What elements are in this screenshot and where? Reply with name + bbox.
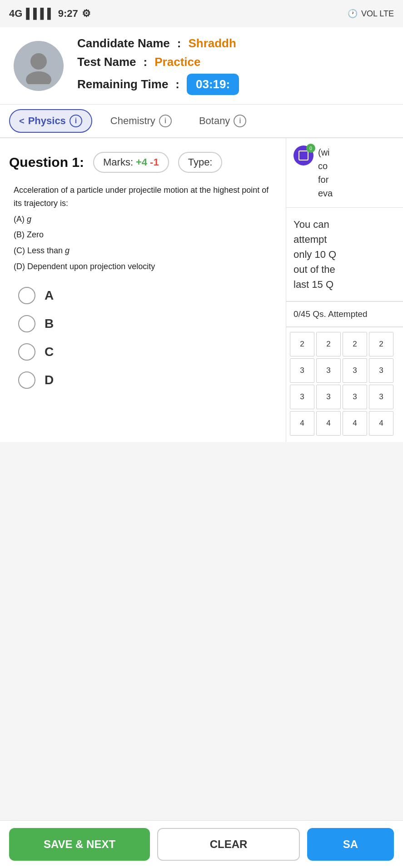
back-arrow-icon[interactable]: < (19, 116, 25, 126)
status-right: 🕐 VOL LTE (348, 9, 394, 19)
grid-cell-35[interactable]: 3 (290, 385, 314, 409)
option-row-a[interactable]: A (18, 287, 268, 304)
avatar (14, 41, 64, 91)
grid-cell-32[interactable]: 3 (316, 358, 341, 383)
tab-chemistry[interactable]: Chemistry i (101, 110, 181, 132)
test-row: Test Name : Practice (77, 55, 239, 69)
svg-point-0 (30, 53, 47, 70)
type-badge: Type: (178, 152, 223, 173)
grid-cell-21[interactable]: 2 (290, 332, 314, 356)
option-row-c[interactable]: C (18, 343, 268, 361)
tab-botany-label: Botany (199, 115, 230, 127)
gear-icon[interactable]: ⚙ (82, 8, 91, 20)
time-display: 9:27 (58, 8, 78, 20)
alarm-icon: 🕐 (348, 9, 358, 19)
notif-icon-wrap: 0 (294, 146, 313, 166)
progress-text: 0/45 Qs. Attempted (294, 309, 368, 319)
save-button[interactable]: SA (307, 828, 394, 861)
subject-tabs: < Physics i Chemistry i Botany i (0, 105, 403, 138)
option-label-b: B (45, 316, 54, 331)
option-row-b[interactable]: B (18, 315, 268, 332)
question-text: Acceleration of a particle under project… (14, 184, 272, 210)
grid-cell-36[interactable]: 3 (316, 385, 341, 409)
grid-cell-37[interactable]: 3 (343, 385, 367, 409)
grid-cell-24[interactable]: 2 (369, 332, 393, 356)
time-row: Remaining Time : 03:19: (77, 74, 239, 95)
candidate-row: Candidate Name : Shraddh (77, 36, 239, 50)
marks-positive: +4 (136, 156, 147, 168)
svg-point-1 (26, 71, 51, 84)
question-grid: 2 2 2 2 3 3 3 3 3 3 3 3 4 4 4 4 (286, 327, 403, 442)
main-content: Question 1: Marks: +4 -1 Type: Accelerat… (0, 138, 403, 442)
grid-cell-34[interactable]: 3 (369, 358, 393, 383)
candidate-colon: : (177, 36, 181, 50)
option-text-b: (B) Zero (14, 228, 272, 241)
grid-cell-42[interactable]: 4 (316, 411, 341, 436)
tab-botany[interactable]: Botany i (190, 110, 256, 132)
option-label-d: D (45, 373, 54, 387)
chemistry-info-icon[interactable]: i (159, 115, 172, 127)
notif-inner-icon (299, 151, 308, 161)
grid-row-2: 3 3 3 3 (290, 358, 399, 383)
header-info: Candidate Name : Shraddh Test Name : Pra… (77, 36, 239, 95)
type-label: Type: (188, 156, 213, 168)
option-label-c: C (45, 345, 54, 359)
answer-options: A B C D (9, 287, 277, 389)
tab-chemistry-label: Chemistry (110, 115, 155, 127)
question-header: Question 1: Marks: +4 -1 Type: (9, 152, 277, 173)
sidebar-info-text: You canattemptonly 10 Qout of thelast 15… (294, 219, 336, 290)
grid-row-4: 4 4 4 4 (290, 411, 399, 436)
test-colon: : (144, 55, 148, 69)
status-left: 4G ▌▌▌▌ 9:27 ⚙ (9, 8, 91, 20)
grid-cell-44[interactable]: 4 (369, 411, 393, 436)
grid-row-3: 3 3 3 3 (290, 385, 399, 409)
question-panel: Question 1: Marks: +4 -1 Type: Accelerat… (0, 138, 286, 442)
physics-info-icon[interactable]: i (70, 115, 82, 127)
test-value: Practice (154, 55, 200, 69)
test-label: Test Name (77, 55, 136, 69)
bottom-bar: SAVE & NEXT CLEAR SA (0, 820, 403, 868)
grid-cell-33[interactable]: 3 (343, 358, 367, 383)
candidate-label: Candidate Name (77, 36, 170, 50)
grid-cell-43[interactable]: 4 (343, 411, 367, 436)
grid-row-1: 2 2 2 2 (290, 332, 399, 356)
question-body: Acceleration of a particle under project… (9, 184, 277, 273)
option-row-d[interactable]: D (18, 371, 268, 389)
marks-negative: -1 (150, 156, 159, 168)
marks-badge: Marks: +4 -1 (93, 152, 169, 173)
time-label: Remaining Time (77, 77, 168, 91)
radio-c[interactable] (18, 343, 35, 361)
right-sidebar: 0 (wicoforeva You canattemptonly 10 Qout… (286, 138, 403, 442)
clear-button[interactable]: CLEAR (157, 828, 300, 861)
radio-b[interactable] (18, 315, 35, 332)
candidate-value: Shraddh (188, 36, 236, 50)
status-bar: 4G ▌▌▌▌ 9:27 ⚙ 🕐 VOL LTE (0, 0, 403, 27)
time-colon: : (175, 77, 179, 91)
option-text-a: (A) g (14, 213, 272, 226)
progress-row: 0/45 Qs. Attempted (286, 302, 403, 327)
option-text-c: (C) Less than g (14, 244, 272, 257)
signal-text: 4G (9, 8, 22, 20)
sidebar-info: You canattemptonly 10 Qout of thelast 15… (286, 208, 403, 301)
signal-bars-icon: ▌▌▌▌ (26, 8, 54, 20)
grid-cell-22[interactable]: 2 (316, 332, 341, 356)
notif-badge: 0 (306, 144, 315, 153)
notification-banner: 0 (wicoforeva (286, 138, 403, 208)
question-title: Question 1: (9, 155, 84, 170)
grid-cell-41[interactable]: 4 (290, 411, 314, 436)
save-next-button[interactable]: SAVE & NEXT (9, 828, 150, 861)
marks-label: Marks: (103, 156, 133, 168)
option-label-a: A (45, 288, 54, 303)
grid-cell-23[interactable]: 2 (343, 332, 367, 356)
tab-physics[interactable]: < Physics i (9, 109, 92, 133)
notif-text: (wicoforeva (318, 146, 333, 200)
radio-d[interactable] (18, 371, 35, 389)
radio-a[interactable] (18, 287, 35, 304)
botany-info-icon[interactable]: i (234, 115, 246, 127)
tab-physics-label: Physics (28, 115, 66, 127)
grid-cell-31[interactable]: 3 (290, 358, 314, 383)
header: Candidate Name : Shraddh Test Name : Pra… (0, 27, 403, 105)
option-text-d: (D) Dependent upon projection velocity (14, 260, 272, 273)
network-text: VOL LTE (361, 9, 394, 19)
grid-cell-38[interactable]: 3 (369, 385, 393, 409)
